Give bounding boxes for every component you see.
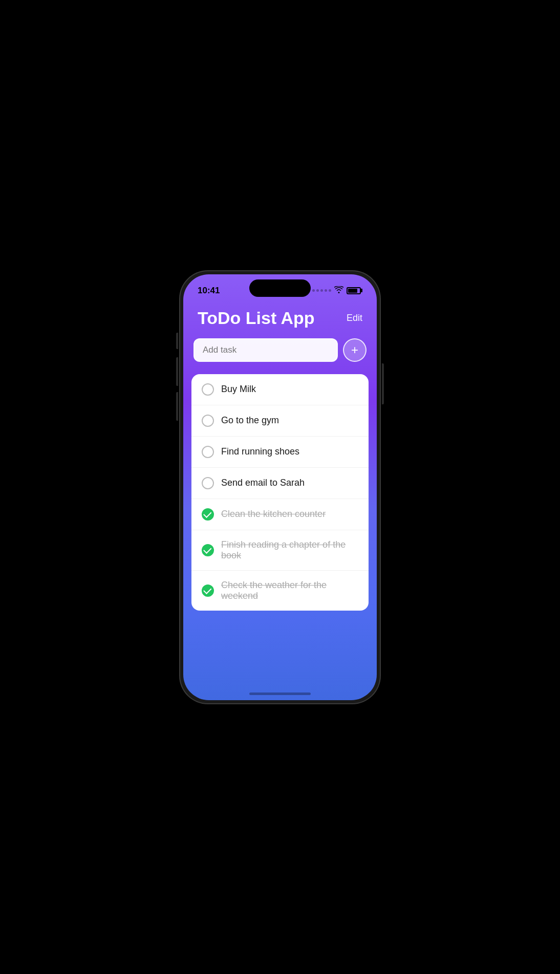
volume-down-button xyxy=(176,392,178,421)
wifi-icon xyxy=(334,286,343,295)
task-label: Finish reading a chapter of the book xyxy=(221,539,358,561)
task-label: Find running shoes xyxy=(221,446,299,457)
home-indicator xyxy=(249,692,311,695)
app-title: ToDo List App xyxy=(198,308,315,328)
task-item[interactable]: Buy Milk xyxy=(191,374,369,405)
task-checkbox-unchecked[interactable] xyxy=(202,383,214,396)
task-list: Buy MilkGo to the gymFind running shoesS… xyxy=(191,374,369,611)
task-checkbox-unchecked[interactable] xyxy=(202,446,214,458)
task-checkbox-checked[interactable] xyxy=(202,585,214,597)
battery-icon xyxy=(347,287,362,294)
app-header: ToDo List App Edit xyxy=(183,300,377,338)
task-checkbox-unchecked[interactable] xyxy=(202,415,214,427)
task-item[interactable]: Go to the gym xyxy=(191,405,369,437)
task-checkbox-unchecked[interactable] xyxy=(202,477,214,489)
mute-button xyxy=(176,333,178,349)
dynamic-island xyxy=(249,279,311,297)
power-button xyxy=(382,363,384,404)
edit-button[interactable]: Edit xyxy=(347,313,362,323)
phone-frame: 10:41 xyxy=(180,271,380,703)
signal-icon xyxy=(312,289,331,292)
task-item[interactable]: Send email to Sarah xyxy=(191,468,369,499)
task-checkbox-checked[interactable] xyxy=(202,544,214,556)
task-item[interactable]: Finish reading a chapter of the book xyxy=(191,530,369,571)
add-task-bar: + xyxy=(183,338,377,374)
add-task-button[interactable]: + xyxy=(343,338,367,362)
status-icons xyxy=(312,286,362,295)
status-time: 10:41 xyxy=(198,286,220,296)
task-item[interactable]: Check the weather for the weekend xyxy=(191,571,369,611)
task-label: Buy Milk xyxy=(221,384,256,395)
task-label: Check the weather for the weekend xyxy=(221,580,358,601)
volume-up-button xyxy=(176,357,178,386)
task-label: Go to the gym xyxy=(221,415,279,426)
task-item[interactable]: Find running shoes xyxy=(191,437,369,468)
task-label: Clean the kitchen counter xyxy=(221,509,326,520)
task-input[interactable] xyxy=(193,338,338,362)
task-label: Send email to Sarah xyxy=(221,478,305,488)
task-checkbox-checked[interactable] xyxy=(202,508,214,521)
phone-screen: 10:41 xyxy=(183,274,377,700)
task-item[interactable]: Clean the kitchen counter xyxy=(191,499,369,530)
